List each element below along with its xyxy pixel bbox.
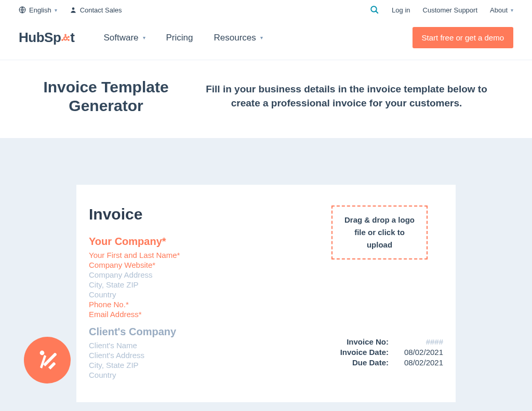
due-date-input[interactable]: 08/02/2021 — [399, 358, 443, 367]
client-csz-input[interactable]: City, State ZIP — [89, 361, 180, 369]
hero-section: Invoice Template Generator Fill in your … — [0, 60, 532, 138]
invoice-card: Invoice Your Company* Your First and Las… — [76, 185, 456, 402]
email-input[interactable]: Email Address* — [89, 310, 180, 319]
invoice-no-input[interactable]: #### — [399, 337, 443, 346]
about-dropdown[interactable]: About ▾ — [490, 6, 513, 14]
nav-software[interactable]: Software ▾ — [103, 33, 145, 43]
chevron-down-icon: ▾ — [143, 35, 145, 40]
company-website-input[interactable]: Company Website* — [89, 261, 180, 269]
main-nav: HubSpt Software ▾ Pricing Resources ▾ St… — [0, 20, 532, 60]
chevron-down-icon: ▾ — [55, 7, 57, 13]
language-label: English — [29, 6, 51, 14]
nav-pricing[interactable]: Pricing — [166, 33, 193, 43]
your-company-input[interactable]: Your Company* — [89, 236, 180, 248]
phone-input[interactable]: Phone No.* — [89, 300, 180, 309]
contact-sales-label: Contact Sales — [80, 6, 122, 14]
svg-point-5 — [64, 34, 66, 36]
utility-bar: English ▾ Contact Sales Log in Customer … — [0, 0, 532, 20]
about-label: About — [490, 6, 508, 14]
workspace: Invoice Your Company* Your First and Las… — [0, 138, 532, 411]
your-company-block: Your Company* Your First and Last Name* … — [89, 236, 180, 319]
chevron-down-icon: ▾ — [260, 35, 263, 40]
invoice-meta: Invoice No: #### Invoice Date: 08/02/202… — [331, 337, 443, 367]
invoice-no-label: Invoice No: — [331, 337, 389, 346]
page-title: Invoice Template Generator — [33, 78, 179, 115]
sprocket-icon — [61, 30, 70, 45]
customer-support-link[interactable]: Customer Support — [423, 6, 478, 14]
hubspot-logo[interactable]: HubSpt — [19, 30, 74, 46]
svg-point-13 — [40, 351, 45, 355]
svg-point-2 — [371, 6, 377, 12]
invoice-date-label: Invoice Date: — [331, 348, 389, 357]
tools-badge[interactable] — [24, 337, 71, 383]
due-date-label: Due Date: — [331, 358, 389, 367]
your-name-input[interactable]: Your First and Last Name* — [89, 251, 180, 259]
svg-point-4 — [64, 37, 67, 40]
login-link[interactable]: Log in — [392, 6, 410, 14]
page-subtitle: Fill in your business details in the inv… — [194, 83, 499, 110]
client-address-input[interactable]: Client's Address — [89, 351, 180, 360]
client-block: Client's Company Client's Name Client's … — [89, 326, 180, 379]
tools-icon — [35, 348, 60, 373]
search-icon[interactable] — [370, 5, 379, 15]
company-country-input[interactable]: Country — [89, 290, 180, 299]
chevron-down-icon: ▾ — [511, 7, 513, 13]
invoice-heading: Invoice — [89, 206, 180, 223]
client-company-input[interactable]: Client's Company — [89, 326, 180, 338]
nav-resources[interactable]: Resources ▾ — [214, 33, 263, 43]
svg-line-3 — [376, 11, 378, 13]
contact-sales-link[interactable]: Contact Sales — [70, 6, 122, 14]
person-icon — [70, 6, 77, 13]
logo-dropzone[interactable]: Drag & drop a logo file or click to uplo… — [331, 206, 428, 259]
company-csz-input[interactable]: City, State ZIP — [89, 280, 180, 289]
svg-point-1 — [72, 7, 74, 10]
language-selector[interactable]: English ▾ — [19, 6, 57, 14]
company-address-input[interactable]: Company Address — [89, 270, 180, 279]
invoice-date-input[interactable]: 08/02/2021 — [399, 348, 443, 357]
client-country-input[interactable]: Country — [89, 371, 180, 379]
globe-icon — [19, 6, 26, 13]
start-free-button[interactable]: Start free or get a demo — [413, 27, 513, 48]
client-name-input[interactable]: Client's Name — [89, 341, 180, 350]
